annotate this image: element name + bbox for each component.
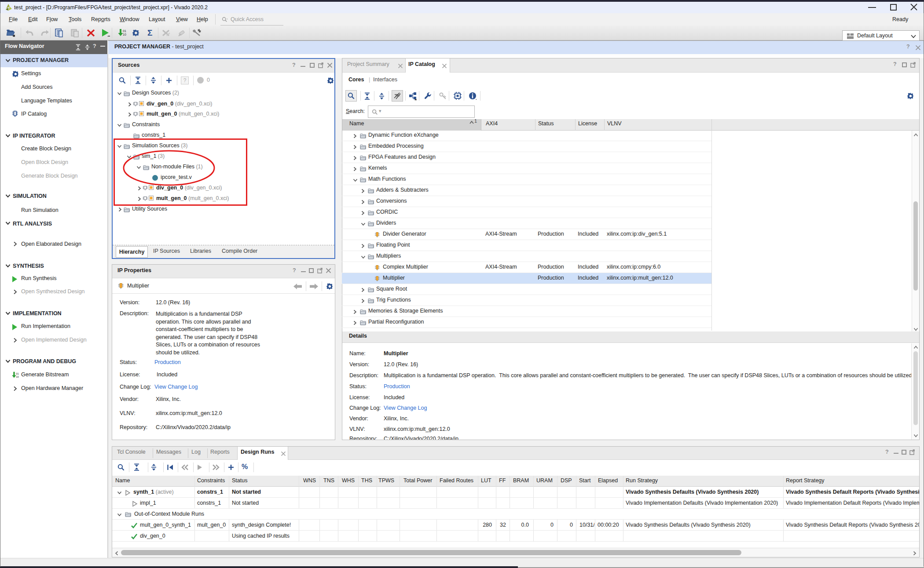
- svg-text:10: 10: [16, 375, 19, 378]
- svg-text:10: 10: [123, 33, 126, 36]
- svg-text:01: 01: [16, 372, 19, 375]
- svg-text:01: 01: [123, 29, 126, 33]
